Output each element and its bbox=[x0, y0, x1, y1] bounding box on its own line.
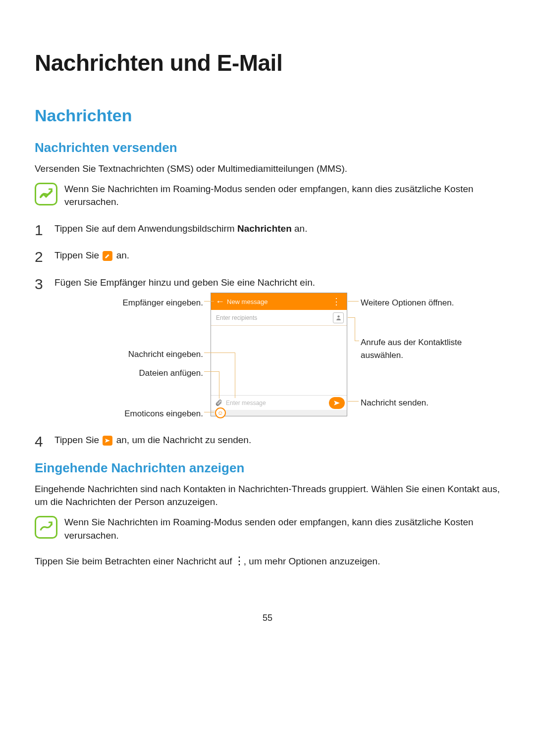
step4-text-b: an, um die Nachricht zu senden. bbox=[116, 435, 252, 445]
message-body bbox=[211, 326, 347, 395]
incoming-text: Eingehende Nachrichten sind nach Kontakt… bbox=[35, 483, 500, 509]
step1-text-a: Tippen Sie auf dem Anwendungsbildschirm bbox=[54, 223, 237, 234]
intro-text: Versenden Sie Textnachrichten (SMS) oder… bbox=[35, 162, 500, 176]
step-1: 1 Tippen Sie auf dem Anwendungsbildschir… bbox=[35, 222, 500, 236]
message-input-row: Enter message bbox=[211, 395, 347, 410]
step-num-3: 3 bbox=[35, 273, 43, 295]
back-icon: ← bbox=[215, 295, 225, 308]
svg-point-0 bbox=[337, 315, 339, 317]
callout-message: Nachricht eingeben. bbox=[89, 348, 203, 361]
step-2: 2 Tippen Sie an. bbox=[35, 249, 500, 263]
section-title: Nachrichten bbox=[35, 106, 500, 125]
step4-text-a: Tippen Sie bbox=[54, 435, 102, 445]
step-4: 4 Tippen Sie an, um die Nachricht zu sen… bbox=[35, 433, 500, 448]
options-hint: Tippen Sie beim Betrachten einer Nachric… bbox=[35, 555, 500, 568]
step2-text-b: an. bbox=[116, 250, 129, 260]
step1-text-c: an. bbox=[292, 223, 308, 234]
subsection-send: Nachrichten versenden bbox=[35, 140, 500, 155]
note-text-2: Wenn Sie Nachrichten im Roaming-Modus se… bbox=[64, 516, 500, 542]
send-inline-icon bbox=[103, 436, 112, 446]
steps-list: 1 Tippen Sie auf dem Anwendungsbildschir… bbox=[35, 222, 500, 448]
compose-icon bbox=[103, 251, 112, 261]
note-roaming-1: Wenn Sie Nachrichten im Roaming-Modus se… bbox=[35, 183, 500, 209]
step-num-2: 2 bbox=[35, 246, 43, 268]
options-text-b: , um mehr Optionen anzuzeigen. bbox=[244, 556, 380, 566]
recipients-row: Enter recipients bbox=[211, 310, 347, 326]
callout-attach: Dateien anfügen. bbox=[89, 367, 203, 380]
callout-emoticons: Emoticons eingeben. bbox=[89, 407, 203, 420]
emoticon-icon: ☺ bbox=[215, 407, 226, 418]
callout-contacts: Anrufe aus der Kontaktliste auswählen. bbox=[361, 336, 465, 361]
phone-title: New message bbox=[225, 297, 330, 307]
options-text-a: Tippen Sie beim Betrachten einer Nachric… bbox=[35, 556, 235, 566]
callout-more-options: Weitere Optionen öffnen. bbox=[361, 297, 454, 309]
page-number: 55 bbox=[35, 613, 500, 623]
note-text: Wenn Sie Nachrichten im Roaming-Modus se… bbox=[64, 183, 500, 209]
step-num-4: 4 bbox=[35, 430, 43, 453]
chapter-title: Nachrichten und E-Mail bbox=[35, 50, 500, 76]
attach-icon bbox=[211, 399, 226, 406]
contacts-icon bbox=[333, 312, 344, 323]
step-3: 3 Fügen Sie Empfänger hinzu und geben Si… bbox=[35, 276, 500, 421]
step3-text: Fügen Sie Empfänger hinzu und geben Sie … bbox=[54, 277, 315, 288]
phone-navbar bbox=[211, 410, 347, 416]
step1-app-name: Nachrichten bbox=[237, 223, 292, 234]
send-icon bbox=[329, 397, 345, 409]
callout-recipients: Empfänger eingeben. bbox=[89, 297, 203, 309]
compose-diagram: ← New message ⋮ Enter recipients Enter m… bbox=[89, 293, 466, 420]
phone-header: ← New message ⋮ bbox=[211, 293, 347, 310]
note-icon bbox=[35, 183, 57, 205]
callout-send: Nachricht senden. bbox=[361, 397, 428, 409]
phone-screenshot: ← New message ⋮ Enter recipients Enter m… bbox=[211, 293, 347, 416]
message-input: Enter message bbox=[226, 399, 329, 407]
more-options-icon: ⋮ bbox=[236, 556, 243, 566]
note-icon-2 bbox=[35, 516, 57, 539]
note-roaming-2: Wenn Sie Nachrichten im Roaming-Modus se… bbox=[35, 516, 500, 542]
step2-text-a: Tippen Sie bbox=[54, 250, 102, 260]
subsection-incoming: Eingehende Nachrichten anzeigen bbox=[35, 460, 500, 476]
more-icon: ⋮ bbox=[330, 295, 343, 308]
step-num-1: 1 bbox=[35, 219, 43, 241]
recipients-input: Enter recipients bbox=[214, 313, 333, 322]
manual-page: Nachrichten und E-Mail Nachrichten Nachr… bbox=[0, 0, 535, 653]
